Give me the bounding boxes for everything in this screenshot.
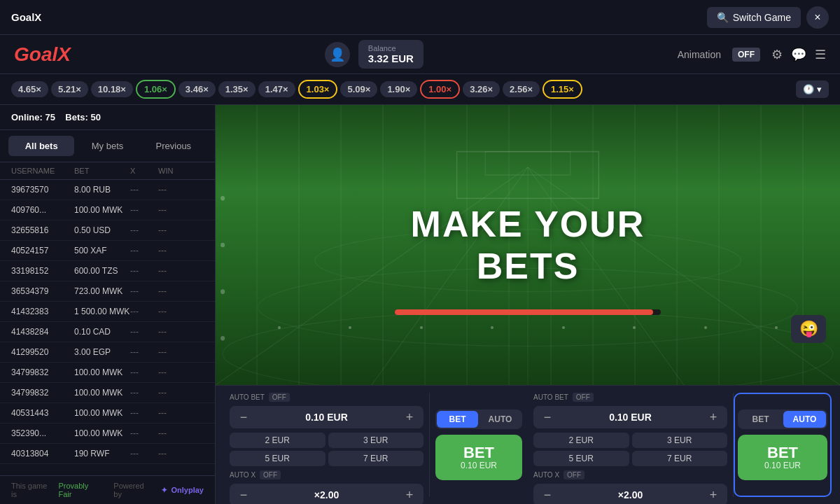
- avatar[interactable]: 👤: [325, 42, 350, 67]
- quick-amt-7eur-left[interactable]: 7 EUR: [328, 451, 424, 466]
- dot: [704, 326, 707, 329]
- cell-win: ---: [158, 327, 200, 337]
- bets-value: 50: [90, 112, 100, 122]
- cell-bet: 723.00 MWK: [74, 286, 130, 296]
- mult-increase-left[interactable]: +: [401, 486, 418, 503]
- multiplier-chip[interactable]: 5.09×: [340, 81, 377, 97]
- header-logo: GoalX: [14, 43, 71, 66]
- cell-x: ---: [130, 327, 158, 337]
- cell-win: ---: [158, 368, 200, 377]
- online-value: 75: [45, 112, 55, 122]
- multiplier-chip[interactable]: 4.65×: [11, 81, 48, 97]
- history-button[interactable]: 🕐 ▾: [796, 80, 829, 98]
- bet-auto-tabs-right: BET AUTO: [738, 410, 827, 429]
- cell-x: ---: [130, 307, 158, 316]
- big-bet-sub-left: 0.10 EUR: [441, 461, 517, 470]
- table-row: 34799832 100.00 MWK --- ---: [0, 363, 215, 383]
- quick-amt-2eur-left[interactable]: 2 EUR: [230, 433, 326, 448]
- balance-label: Balance: [368, 44, 414, 52]
- big-bet-button-right[interactable]: BET 0.10 EUR: [738, 435, 827, 480]
- cell-x: ---: [130, 347, 158, 357]
- quick-amt-5eur-right[interactable]: 5 EUR: [533, 451, 629, 466]
- auto-bet-label-left: AUTO BET: [230, 393, 265, 401]
- history-chevron: ▾: [817, 84, 822, 94]
- auto-bet-top-right: AUTO BET OFF: [533, 393, 727, 402]
- table-row: 40531443 100.00 MWK --- ---: [0, 403, 215, 424]
- topbar-left: GoalX: [11, 11, 41, 23]
- cell-win: ---: [158, 388, 200, 398]
- topbar: GoalX 🔍 Switch Game ×: [0, 0, 840, 35]
- multiplier-chip[interactable]: 10.18×: [91, 81, 133, 97]
- mult-decrease-left[interactable]: −: [235, 486, 252, 503]
- game-area: MAKE YOUR BETS 😜: [216, 105, 840, 504]
- bet-tab-right[interactable]: BET: [739, 411, 782, 428]
- close-button[interactable]: ×: [806, 6, 829, 29]
- onlyplay-logo: ✦: [161, 486, 167, 495]
- multiplier-chip[interactable]: 1.06×: [136, 80, 176, 99]
- amount-decrease-left[interactable]: −: [235, 409, 252, 426]
- dot: [349, 326, 351, 329]
- multiplier-chip[interactable]: 1.00×: [420, 80, 460, 99]
- sidebar-footer: This game is Provably Fair Powered by ✦ …: [0, 475, 215, 504]
- quick-amt-3eur-right[interactable]: 3 EUR: [632, 433, 728, 448]
- sidebar-tab-previous[interactable]: Previous: [141, 136, 206, 156]
- auto-tab-right[interactable]: AUTO: [783, 411, 826, 428]
- multiplier-chip[interactable]: 3.26×: [463, 81, 500, 97]
- sidebar-tabs: All betsMy betsPrevious: [0, 130, 215, 162]
- settings-icon: ⚙: [771, 47, 783, 62]
- cell-x: ---: [130, 449, 158, 458]
- settings-button[interactable]: ⚙: [771, 47, 783, 62]
- header-center: 👤 Balance 3.32 EUR: [325, 40, 424, 69]
- header: GoalX 👤 Balance 3.32 EUR Animation OFF ⚙…: [0, 35, 840, 74]
- mult-increase-right[interactable]: +: [705, 486, 722, 503]
- footer-game-is: This game is: [11, 482, 54, 498]
- cell-win: ---: [158, 347, 200, 357]
- cell-username: 34799832: [11, 368, 74, 377]
- multiplier-chip[interactable]: 1.35×: [218, 81, 255, 97]
- emoji-badge[interactable]: 😜: [791, 315, 826, 343]
- provably-fair-link[interactable]: Provably Fair: [58, 482, 103, 498]
- cell-x: ---: [130, 185, 158, 195]
- balance-value: 3.32 EUR: [368, 52, 414, 64]
- cell-x: ---: [130, 388, 158, 398]
- multiplier-chip[interactable]: 1.47×: [258, 81, 295, 97]
- mult-decrease-right[interactable]: −: [539, 486, 556, 503]
- table-row: 352390... 100.00 MWK --- ---: [0, 424, 215, 444]
- auto-tab-left[interactable]: AUTO: [479, 411, 521, 428]
- quick-amt-2eur-right[interactable]: 2 EUR: [533, 433, 629, 448]
- menu-button[interactable]: ☰: [815, 47, 826, 62]
- game-canvas: MAKE YOUR BETS 😜: [216, 105, 840, 385]
- multiplier-chip[interactable]: 1.15×: [542, 80, 582, 99]
- quick-amt-7eur-right[interactable]: 7 EUR: [632, 451, 728, 466]
- bets-label: Bets:: [65, 112, 88, 122]
- sidebar-tab-my-bets[interactable]: My bets: [74, 136, 140, 156]
- big-bet-button-left[interactable]: BET 0.10 EUR: [435, 435, 522, 480]
- chat-button[interactable]: 💬: [791, 47, 806, 62]
- sidebar-tab-all-bets[interactable]: All bets: [8, 136, 74, 156]
- multiplier-chip[interactable]: 3.46×: [178, 81, 216, 97]
- amount-decrease-right[interactable]: −: [539, 409, 556, 426]
- bet-tab-left[interactable]: BET: [437, 411, 478, 428]
- amount-row-left: − 0.10 EUR +: [230, 406, 424, 428]
- multiplier-chip[interactable]: 1.03×: [298, 80, 338, 99]
- bet-panel-left: AUTO BET OFF − 0.10 EUR + 2 EUR 3 EUR 5 …: [224, 393, 430, 497]
- amount-increase-right[interactable]: +: [705, 409, 722, 426]
- quick-amt-3eur-left[interactable]: 3 EUR: [328, 433, 424, 448]
- auto-x-row-right: AUTO X OFF: [533, 470, 727, 479]
- switch-game-button[interactable]: 🔍 Switch Game: [707, 7, 801, 28]
- header-right: Animation OFF ⚙ 💬 ☰: [678, 47, 826, 62]
- quick-amt-5eur-left[interactable]: 5 EUR: [230, 451, 326, 466]
- online-label: Online:: [11, 112, 43, 122]
- multiplier-chip[interactable]: 1.90×: [380, 81, 417, 97]
- table-body: 39673570 8.00 RUB --- --- 409760... 100.…: [0, 180, 215, 475]
- amount-value-left: 0.10 EUR: [305, 412, 348, 423]
- quick-amounts-right: 2 EUR 3 EUR 5 EUR 7 EUR: [533, 433, 727, 466]
- amount-increase-left[interactable]: +: [401, 409, 418, 426]
- auto-x-state-right: OFF: [564, 470, 584, 479]
- multiplier-chip[interactable]: 5.21×: [51, 81, 88, 97]
- table-row: 34799832 100.00 MWK --- ---: [0, 383, 215, 403]
- svg-point-12: [220, 289, 225, 294]
- table-row: 40524157 500 XAF --- ---: [0, 241, 215, 261]
- cell-username: 40313804: [11, 449, 74, 458]
- multiplier-chip[interactable]: 2.56×: [503, 81, 540, 97]
